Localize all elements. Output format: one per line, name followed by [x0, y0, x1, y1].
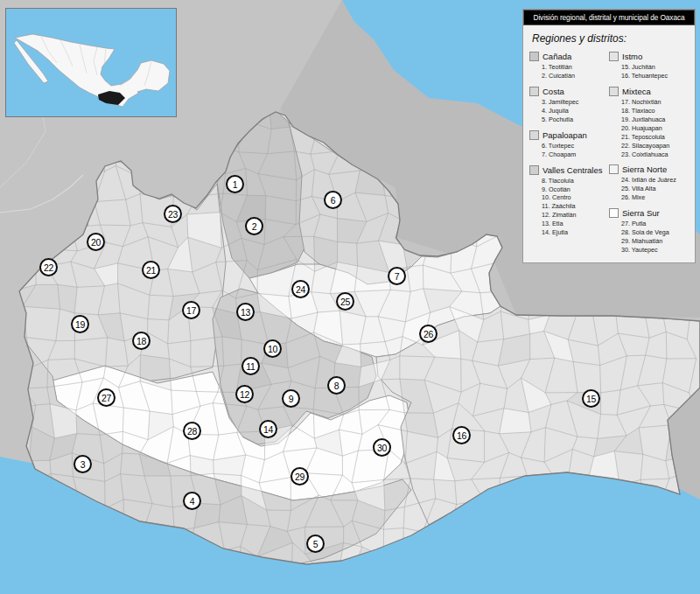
district-list-item: 13. Etla	[542, 220, 609, 228]
legend-group-valles-centrales: Valles Centrales8. Tlacolula9. Ocotlán10…	[529, 165, 609, 238]
legend-title: División regional, distrital y municipal…	[523, 10, 695, 25]
district-list-item: 10. Centro	[542, 193, 609, 202]
district-list-item: 9. Ocotlán	[542, 185, 609, 194]
district-list: 8. Tlacolula9. Ocotlán10. Centro11. Zaác…	[529, 177, 609, 238]
district-list-item: 19. Juxtlahuaca	[621, 115, 689, 124]
district-list-item: 24. Ixtlán de Juárez	[621, 176, 689, 185]
region-color-swatch	[529, 165, 539, 175]
mexico-inset-canvas	[6, 9, 176, 116]
district-list-item: 3. Jamiltepec	[542, 98, 609, 107]
region-color-swatch	[529, 130, 539, 140]
region-color-swatch	[609, 164, 619, 174]
region-name: Sierra Norte	[622, 164, 667, 174]
legend-columns: Cañada1. Teotitlán2. CuicatlánCosta3. Ja…	[529, 52, 689, 261]
legend-subtitle: Regiones y distritos:	[532, 32, 689, 45]
region-name: Sierra Sur	[622, 208, 660, 218]
legend-column-right: Istmo15. Juchitán16. TehuantepecMixteca1…	[609, 52, 689, 261]
region-name: Cañada	[542, 52, 571, 61]
district-list-item: 6. Tuxtepec	[542, 142, 609, 150]
region-name: Costa	[542, 87, 564, 96]
region-name: Valles Centrales	[542, 165, 602, 175]
district-list-item: 17. Nochixtlán	[621, 98, 689, 107]
district-list-item: 30. Yautepec	[621, 246, 689, 255]
district-list: 27. Putla28. Sola de Vega29. Miahuatlán3…	[609, 220, 689, 255]
legend-group-header: Sierra Sur	[609, 208, 689, 218]
legend-group-header: Valles Centrales	[529, 165, 609, 175]
district-list-item: 20. Huajuapan	[621, 124, 689, 133]
legend-panel: División regional, distrital y municipal…	[522, 9, 696, 263]
legend-group-header: Costa	[529, 87, 609, 96]
district-list-item: 25. Villa Alta	[621, 185, 689, 193]
district-list: 24. Ixtlán de Juárez25. Villa Alta26. Mi…	[609, 176, 689, 202]
district-list: 15. Juchitán16. Tehuantepec	[609, 63, 689, 80]
region-color-swatch	[529, 87, 539, 96]
legend-group-cañada: Cañada1. Teotitlán2. Cuicatlán	[529, 52, 609, 80]
district-list-item: 8. Tlacolula	[542, 177, 609, 185]
district-list-item: 16. Tehuantepec	[621, 72, 689, 80]
legend-group-header: Sierra Norte	[609, 164, 689, 174]
legend-group-costa: Costa3. Jamiltepec4. Juquila5. Pochutla	[529, 87, 609, 124]
district-list-item: 4. Juquila	[542, 107, 609, 115]
district-list-item: 26. Mixe	[621, 193, 689, 202]
district-list-item: 29. Miahuatlán	[621, 237, 689, 246]
district-list-item: 21. Teposcolula	[621, 133, 689, 142]
district-list-item: 7. Choapam	[542, 150, 609, 159]
district-list: 3. Jamiltepec4. Juquila5. Pochutla	[529, 98, 609, 124]
district-list-item: 2. Cuicatlán	[542, 72, 609, 80]
district-list-item: 5. Pochutla	[542, 115, 609, 124]
district-list-item: 11. Zaáchila	[542, 202, 609, 211]
mexico-inset-map	[5, 8, 177, 117]
region-name: Istmo	[622, 52, 642, 61]
legend-group-papaloapan: Papaloapan6. Tuxtepec7. Choapam	[529, 130, 609, 159]
district-list-item: 14. Ejutla	[542, 228, 609, 237]
district-list-item: 27. Putla	[621, 220, 689, 228]
district-list-item: 1. Teotitlán	[542, 63, 609, 72]
legend-group-header: Cañada	[529, 52, 609, 61]
district-list-item: 15. Juchitán	[621, 63, 689, 72]
region-name: Papaloapan	[542, 130, 587, 140]
legend-group-header: Papaloapan	[529, 130, 609, 140]
legend-group-header: Istmo	[609, 52, 689, 61]
legend-column-left: Cañada1. Teotitlán2. CuicatlánCosta3. Ja…	[529, 52, 609, 261]
district-list: 6. Tuxtepec7. Choapam	[529, 142, 609, 159]
district-list: 17. Nochixtlán18. Tlaxiaco19. Juxtlahuac…	[609, 98, 689, 159]
district-list-item: 22. Silacayoapan	[621, 142, 689, 150]
district-list-item: 18. Tlaxiaco	[621, 107, 689, 115]
district-list-item: 28. Sola de Vega	[621, 228, 689, 237]
legend-group-istmo: Istmo15. Juchitán16. Tehuantepec	[609, 52, 689, 80]
oaxaca-region-map: 1234567891011121314151617181920212223242…	[0, 0, 700, 594]
legend-group-sierra-norte: Sierra Norte24. Ixtlán de Juárez25. Vill…	[609, 164, 689, 202]
district-list: 1. Teotitlán2. Cuicatlán	[529, 63, 609, 80]
region-color-swatch	[529, 52, 539, 61]
region-color-swatch	[609, 52, 619, 61]
district-list-item: 12. Zimatlán	[542, 211, 609, 220]
legend-group-header: Mixteca	[609, 87, 689, 96]
region-name: Mixteca	[622, 87, 651, 96]
region-color-swatch	[609, 87, 619, 96]
region-color-swatch	[609, 208, 619, 218]
legend-body: Regiones y distritos: Cañada1. Teotitlán…	[523, 25, 695, 262]
municipal-boundary-line	[58, 284, 77, 313]
legend-group-sierra-sur: Sierra Sur27. Putla28. Sola de Vega29. M…	[609, 208, 689, 255]
legend-group-mixteca: Mixteca17. Nochixtlán18. Tlaxiaco19. Jux…	[609, 87, 689, 159]
district-list-item: 23. Coixtlahuaca	[621, 150, 689, 159]
